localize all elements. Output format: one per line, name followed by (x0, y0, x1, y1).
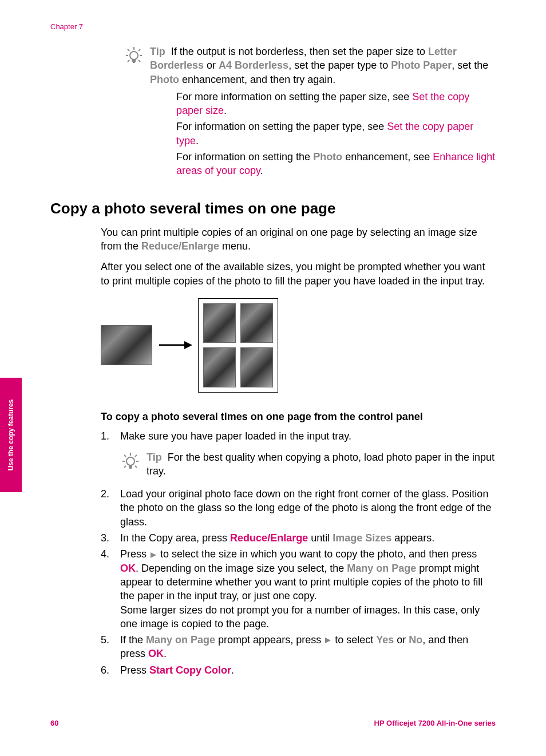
para1: You can print multiple copies of an orig… (101, 225, 496, 254)
tip1-info1: For more information on setting the pape… (176, 90, 496, 118)
svg-line-17 (135, 455, 137, 457)
button-ok: OK (120, 563, 136, 574)
svg-line-21 (135, 466, 137, 468)
arrow-right-icon (158, 339, 192, 351)
lightbulb-tip-icon (120, 452, 141, 472)
procedure-heading: To copy a photo several times on one pag… (101, 410, 496, 423)
illustration-thumb (240, 347, 273, 387)
svg-line-8 (128, 60, 129, 62)
svg-line-16 (124, 455, 126, 457)
step-6: 6. Press Start Copy Color. (101, 663, 496, 677)
svg-rect-1 (132, 60, 136, 62)
svg-marker-23 (325, 638, 331, 643)
step-4: 4. Press to select the size in which you… (101, 547, 496, 631)
svg-line-4 (128, 49, 129, 51)
page-number: 60 (50, 718, 58, 729)
tip-block-2: Tip For the best quality when copying a … (120, 450, 496, 478)
tip1-info3: For information on setting the Photo enh… (176, 150, 496, 178)
footer-title: HP Officejet 7200 All-in-One series (374, 718, 496, 729)
svg-rect-13 (129, 465, 132, 468)
chapter-header: Chapter 7 (50, 22, 83, 32)
svg-marker-11 (184, 341, 192, 349)
step-5: 5. If the Many on Page prompt appears, p… (101, 633, 496, 661)
svg-point-12 (126, 457, 134, 465)
button-start-copy-color: Start Copy Color (149, 664, 231, 676)
right-arrow-button-icon (324, 636, 332, 644)
svg-rect-14 (129, 468, 132, 469)
svg-rect-2 (133, 62, 135, 63)
side-tab: Use the copy features (0, 378, 22, 492)
svg-line-5 (139, 49, 140, 51)
lightbulb-tip-icon (124, 46, 144, 66)
button-reduce-enlarge: Reduce/Enlarge (230, 532, 308, 544)
content-area: Tip If the output is not borderless, the… (50, 45, 496, 679)
para2: After you select one of the available si… (101, 260, 496, 288)
step-3: 3. In the Copy area, press Reduce/Enlarg… (101, 531, 496, 545)
illustration-thumb (203, 347, 236, 387)
illustration-result-grid (198, 298, 278, 393)
tip1-text: Tip If the output is not borderless, the… (150, 45, 496, 86)
tip1-info2: For information on setting the paper typ… (176, 120, 496, 148)
right-arrow-button-icon (149, 551, 157, 559)
svg-point-0 (130, 52, 138, 60)
illustration-thumb (240, 303, 273, 343)
tip-block-1: Tip If the output is not borderless, the… (124, 45, 496, 180)
svg-line-20 (124, 466, 126, 468)
side-tab-label: Use the copy features (6, 399, 15, 471)
page-heading: Copy a photo several times on one page (50, 199, 496, 219)
step-1: 1. Make sure you have paper loaded in th… (101, 429, 496, 485)
illustration-row (101, 298, 496, 393)
button-ok: OK (148, 648, 164, 659)
procedure-list: 1. Make sure you have paper loaded in th… (101, 429, 496, 677)
illustration-source-photo (101, 325, 152, 365)
svg-marker-22 (151, 552, 156, 558)
page-footer: 60 HP Officejet 7200 All-in-One series (50, 718, 496, 729)
svg-line-9 (139, 60, 140, 62)
step-2: 2. Load your original photo face down on… (101, 487, 496, 529)
illustration-thumb (203, 303, 236, 343)
